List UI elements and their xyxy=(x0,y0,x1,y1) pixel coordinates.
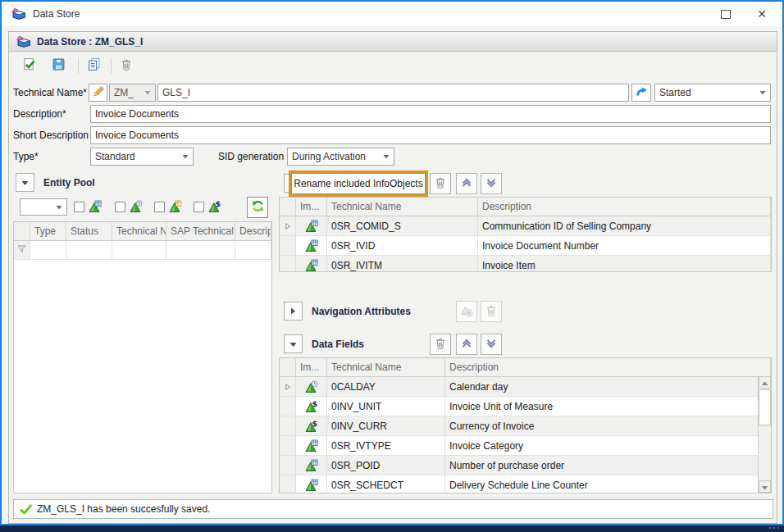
prefix-dropdown[interactable]: ZM_ xyxy=(109,84,156,102)
column-header[interactable]: Type xyxy=(30,222,66,240)
description-input[interactable] xyxy=(90,105,771,123)
close-button[interactable]: ✕ xyxy=(748,2,776,26)
filter-cell[interactable] xyxy=(235,241,271,259)
status-dropdown[interactable]: Started xyxy=(654,84,771,102)
description-cell: Currency of Invoice xyxy=(445,416,759,435)
resize-grip[interactable] xyxy=(769,527,779,529)
key-fields-move-up-button[interactable] xyxy=(456,173,477,194)
add-navigation-attribute-button[interactable] xyxy=(456,301,477,322)
refresh-icon xyxy=(251,199,265,216)
activate-icon xyxy=(22,57,36,74)
chevron-down-icon xyxy=(144,90,151,95)
table-row[interactable]: 0SR_IVTYPEInvoice Category xyxy=(280,436,759,456)
success-check-icon xyxy=(20,503,32,516)
column-header[interactable]: SAP Technical ... xyxy=(166,222,235,240)
svg-text:$: $ xyxy=(312,400,317,408)
table-row[interactable]: 0SR_IVITMInvoice Item xyxy=(280,256,771,272)
filter-key-figures-checkbox[interactable] xyxy=(194,202,204,212)
filter-cell[interactable] xyxy=(30,241,66,259)
data-fields-scrollbar[interactable] xyxy=(758,376,771,493)
filter-cell[interactable] xyxy=(112,241,166,259)
key-fields-delete-button[interactable] xyxy=(430,173,451,194)
scrollbar-thumb[interactable] xyxy=(759,389,771,425)
trash-icon xyxy=(485,304,498,320)
chevron-down-icon xyxy=(56,205,62,210)
characteristic-icon xyxy=(296,256,327,272)
key-fields-table: Im... Technical Name Description 0SR_COM… xyxy=(279,197,772,272)
column-header[interactable]: Descrip... xyxy=(235,222,271,240)
scroll-down-button[interactable] xyxy=(759,480,771,493)
trash-icon xyxy=(434,337,447,352)
column-header[interactable]: Technical N... xyxy=(112,222,166,240)
table-row[interactable]: 0SR_IVIDInvoice Document Number xyxy=(280,236,771,256)
description-cell: Invoice Item xyxy=(478,256,771,272)
column-header[interactable]: Technical Name xyxy=(327,198,478,216)
data-fields-move-up-button[interactable] xyxy=(456,334,477,355)
status-bar: ZM_GLS_I has been succesfully saved. xyxy=(13,499,773,519)
technical-name-input[interactable] xyxy=(157,84,629,102)
table-row[interactable]: 0SR_SCHEDCTDelivery Schedule Line Counte… xyxy=(280,475,759,493)
column-header[interactable]: Description xyxy=(478,198,771,216)
description-cell: Number of purchase order xyxy=(445,456,759,475)
filter-units-checkbox[interactable] xyxy=(154,202,165,212)
sid-generation-label: SID generation xyxy=(218,148,284,166)
key-fields-move-down-button[interactable] xyxy=(481,173,502,194)
entity-filter-dropdown[interactable] xyxy=(20,198,67,216)
type-dropdown[interactable]: Standard xyxy=(90,148,194,166)
chevron-down-icon xyxy=(289,339,297,350)
maximize-icon xyxy=(721,10,731,19)
column-header[interactable]: Technical Name xyxy=(327,358,445,376)
type-label: Type* xyxy=(13,148,39,166)
pencil-icon xyxy=(92,85,105,101)
copy-button[interactable] xyxy=(83,55,104,76)
data-fields-move-down-button[interactable] xyxy=(481,334,502,355)
save-button[interactable] xyxy=(48,55,69,76)
chevron-up-icon xyxy=(460,337,473,352)
characteristic-icon xyxy=(296,236,327,255)
sid-generation-dropdown[interactable]: During Activation xyxy=(287,148,394,166)
column-header[interactable]: Status xyxy=(66,222,112,240)
data-fields-header: Im... Technical Name Description xyxy=(280,358,771,377)
data-fields-collapse-button[interactable] xyxy=(284,334,303,353)
filter-icon xyxy=(14,241,30,259)
chevron-up-icon xyxy=(460,176,473,192)
rename-infoobjects-button[interactable]: Rename included InfoObjects xyxy=(291,173,426,194)
characteristic-icon xyxy=(88,199,103,214)
time-characteristic-icon xyxy=(129,199,144,214)
row-selector xyxy=(280,216,296,235)
maximize-button[interactable] xyxy=(712,2,740,26)
data-store-dialog: Data Store : ZM_GLS_I Technical Name* ZM… xyxy=(8,31,777,524)
description-cell: Invoice Unit of Measure xyxy=(445,397,759,416)
delete-button[interactable] xyxy=(116,55,137,76)
time-icon xyxy=(296,377,327,396)
short-description-input[interactable] xyxy=(90,126,771,144)
keyfigure-icon: $ xyxy=(296,416,327,435)
navigation-attributes-collapse-button[interactable] xyxy=(284,302,303,321)
table-row[interactable]: 0SR_COMID_SCommunication ID of Selling C… xyxy=(280,216,771,236)
entity-pool-filter-row xyxy=(14,241,271,260)
technical-name-cell: 0INV_UNIT xyxy=(327,397,445,416)
table-row[interactable]: $0INV_UNITInvoice Unit of Measure xyxy=(280,397,759,416)
edit-name-button[interactable] xyxy=(89,84,107,102)
data-fields-delete-button[interactable] xyxy=(430,334,451,355)
table-row[interactable]: 0CALDAYCalendar day xyxy=(280,377,759,397)
filter-cell[interactable] xyxy=(166,241,235,259)
filter-time-characteristics-checkbox[interactable] xyxy=(115,202,125,212)
key-fields-rows: 0SR_COMID_SCommunication ID of Selling C… xyxy=(280,216,771,272)
column-header[interactable]: Im... xyxy=(296,198,327,216)
column-header[interactable]: Description xyxy=(445,358,771,376)
scroll-up-button[interactable] xyxy=(759,376,771,389)
status-message: ZM_GLS_I has been succesfully saved. xyxy=(37,503,210,515)
filter-characteristics-checkbox[interactable] xyxy=(74,202,84,212)
status-value: Started xyxy=(659,87,691,98)
activate-button[interactable] xyxy=(18,55,39,76)
undo-button[interactable] xyxy=(631,84,651,102)
refresh-button[interactable] xyxy=(247,197,268,218)
table-row[interactable]: 0SR_POIDNumber of purchase order xyxy=(280,456,759,475)
column-header[interactable]: Im... xyxy=(296,358,327,376)
entity-pool-collapse-button[interactable] xyxy=(16,173,34,192)
filter-cell[interactable] xyxy=(66,241,112,259)
table-row[interactable]: $0INV_CURRCurrency of Invoice xyxy=(280,416,759,436)
scroll-up-icon xyxy=(761,377,768,389)
navigation-attributes-delete-button[interactable] xyxy=(481,301,502,322)
